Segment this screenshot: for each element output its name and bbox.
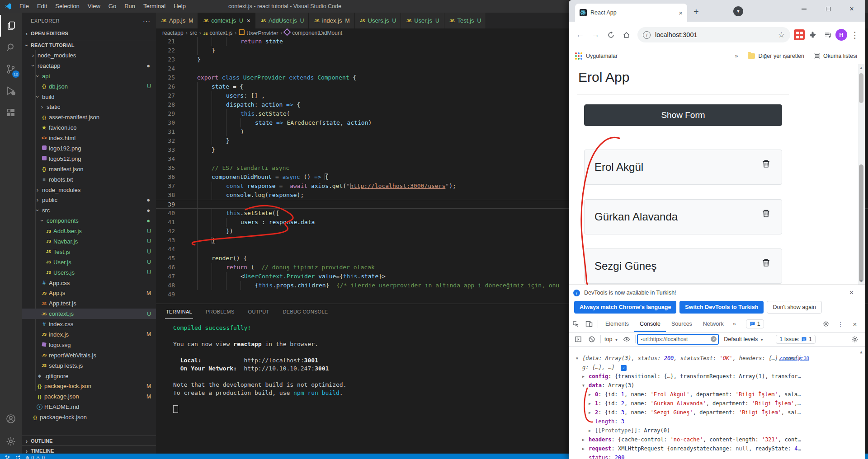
folder-node-modules[interactable]: ›node_modules (22, 50, 156, 61)
console-settings-gear-icon[interactable] (848, 333, 862, 345)
eye-icon[interactable] (620, 333, 633, 345)
console-scrollbar[interactable]: ▲ (858, 347, 864, 356)
bookmark-other[interactable]: Diğer yer işaretleri (759, 53, 804, 59)
dont-show-again-button[interactable]: Don't show again (767, 301, 822, 314)
file-db-json[interactable]: {}db.jsonU (22, 81, 156, 92)
context-selector[interactable]: top▼ (603, 336, 620, 342)
expand-arrow-icon[interactable]: ▶ (589, 390, 591, 399)
tab-index-js[interactable]: JSindex.jsM (309, 13, 354, 28)
file-user-js[interactable]: JSUser.jsU (22, 257, 156, 267)
sync-icon[interactable] (15, 455, 21, 459)
tab-adduser-js[interactable]: JSAddUser.jsU (255, 13, 309, 28)
log-levels-selector[interactable]: Default levels▼ (718, 336, 769, 342)
devtools-tab-elements[interactable]: Elements (600, 316, 634, 332)
browser-tab[interactable]: React App × (575, 4, 687, 22)
apps-grid-icon[interactable] (575, 52, 582, 60)
console-row-1[interactable]: ▶config: {transitional: {…}, transformRe… (569, 372, 816, 381)
file-app-js[interactable]: JSApp.jsM (22, 288, 156, 298)
source-control-icon[interactable]: 12 (0, 58, 22, 80)
clear-console-icon[interactable] (585, 333, 599, 345)
file-setuptests-js[interactable]: JSsetupTests.js (22, 361, 156, 371)
panel-tab-output[interactable]: OUTPUT (247, 305, 270, 319)
folder-build[interactable]: ›build (22, 92, 156, 102)
console-filter-input[interactable]: -url:https://localhost × (637, 334, 718, 344)
expand-arrow-icon[interactable]: ▼ (582, 381, 585, 390)
account-icon[interactable] (0, 408, 22, 430)
console-sidebar-icon[interactable] (571, 333, 585, 345)
outline-section[interactable]: › OUTLINE (22, 436, 156, 446)
console-row-2[interactable]: ▼data: Array(3) (569, 381, 816, 390)
inspect-element-icon[interactable] (569, 318, 582, 330)
expand-arrow-icon[interactable]: ▶ (582, 372, 585, 381)
console-row-4[interactable]: ▶1: {id: 2, name: 'Gürkan Alavanda', dep… (569, 399, 816, 408)
console-row-0[interactable]: ▼{data: Array(3), status: 200, statusTex… (569, 354, 806, 372)
file-test-js[interactable]: JSTest.jsU (22, 247, 156, 257)
device-toolbar-icon[interactable] (582, 318, 596, 330)
folder-static[interactable]: ›static (22, 102, 156, 112)
expand-arrow-icon[interactable]: ▶ (582, 445, 585, 454)
expand-arrow-icon[interactable]: ▶ (589, 399, 591, 408)
devtools-close-icon[interactable]: × (848, 318, 862, 330)
folder-api[interactable]: ›api (22, 71, 156, 81)
breadcrumb-item-userprovider[interactable]: UserProvider (239, 29, 278, 37)
panel-tab-debug-console[interactable]: DEBUG CONSOLE (282, 305, 329, 319)
search-icon[interactable] (0, 37, 22, 58)
devtools-settings-gear-icon[interactable] (819, 318, 833, 330)
timeline-section[interactable]: › TIMELINE (22, 446, 156, 454)
folder-public[interactable]: ›public● (22, 195, 156, 205)
expand-arrow-icon[interactable]: ▼ (576, 354, 578, 363)
explorer-icon[interactable] (0, 15, 22, 37)
new-tab-button[interactable]: + (693, 7, 699, 16)
panel-tab-terminal[interactable]: TERMINAL (165, 305, 193, 319)
trash-icon[interactable] (761, 258, 771, 267)
match-language-button[interactable]: Always match Chrome's language (574, 301, 676, 314)
file-index-css[interactable]: #index.css (22, 319, 156, 329)
tab-close-icon[interactable]: × (247, 17, 250, 24)
devtools-tab-sources[interactable]: Sources (666, 316, 698, 332)
file-readme-md[interactable]: iREADME.md (22, 402, 156, 412)
switch-turkish-button[interactable]: Switch DevTools to Turkish (679, 301, 764, 314)
console-output[interactable]: context.js:38 ▼{data: Array(3), status: … (569, 347, 865, 459)
clear-filter-icon[interactable]: × (711, 336, 717, 342)
git-branch-icon[interactable] (5, 455, 10, 459)
tab-user-js[interactable]: JSUser.jsU (401, 13, 444, 28)
file-manifest-json[interactable]: {}manifest.json (22, 164, 156, 174)
file-asset-manifest-json[interactable]: {}asset-manifest.json (22, 112, 156, 122)
profile-avatar[interactable]: H (835, 29, 847, 41)
open-editors-section[interactable]: › OPEN EDITORS (22, 28, 156, 38)
file-adduser-js[interactable]: JSAddUser.jsU (22, 226, 156, 236)
file-navbar-js[interactable]: JSNavbar.jsU (22, 236, 156, 247)
file-index-html[interactable]: <>index.html (22, 133, 156, 143)
expand-arrow-icon[interactable]: ▶ (589, 408, 591, 417)
file-context-js[interactable]: JScontext.jsU (22, 309, 156, 319)
extensions-puzzle-icon[interactable] (805, 27, 820, 42)
devtools-tab-console[interactable]: Console (634, 316, 666, 332)
console-row-7[interactable]: ▶[[Prototype]]: Array(0) (569, 426, 816, 435)
window-close-button[interactable]: × (843, 3, 861, 15)
breadcrumb-item-componentdidmount[interactable]: componentDidMount (284, 29, 342, 36)
run-debug-icon[interactable] (0, 80, 22, 102)
issues-badge[interactable]: 1 Issue: 1 (776, 335, 816, 344)
file-logo-svg[interactable]: logo.svg (22, 340, 156, 350)
file--gitignore[interactable]: ◆.gitignore (22, 371, 156, 381)
scrollbar-thumb[interactable] (859, 73, 863, 103)
file-package-lock-json[interactable]: {}package-lock.jsonM (22, 381, 156, 392)
bookmark-star-icon[interactable]: ☆ (778, 30, 785, 40)
maximize-button[interactable] (819, 3, 837, 15)
file-logo512-png[interactable]: logo512.png (22, 154, 156, 164)
console-row-9[interactable]: ▶request: XMLHttpRequest {onreadystatech… (569, 444, 816, 453)
forward-icon[interactable]: → (588, 27, 603, 42)
page-scrollbar[interactable]: ▲ ▼ (858, 64, 864, 285)
address-bar[interactable]: i localhost:3001 ☆ (637, 27, 790, 42)
devtools-tab-network[interactable]: Network (698, 316, 729, 332)
file-logo192-png[interactable]: logo192.png (22, 143, 156, 154)
chrome-menu-icon[interactable]: ⋮ (847, 27, 863, 42)
tab-close-icon[interactable]: × (679, 9, 683, 17)
scrollbar-thumb-lower[interactable] (859, 164, 863, 282)
bookmark-reading-list[interactable]: Okuma listesi (823, 53, 857, 59)
file-users-js[interactable]: JSUsers.jsU (22, 267, 156, 278)
scroll-up-icon[interactable]: ▲ (858, 66, 864, 70)
bookmark-apps[interactable]: Uygulamalar (586, 53, 618, 59)
breadcrumb-item-src[interactable]: src (190, 30, 197, 36)
tab-users-js[interactable]: JSUsers.jsU (355, 13, 401, 28)
